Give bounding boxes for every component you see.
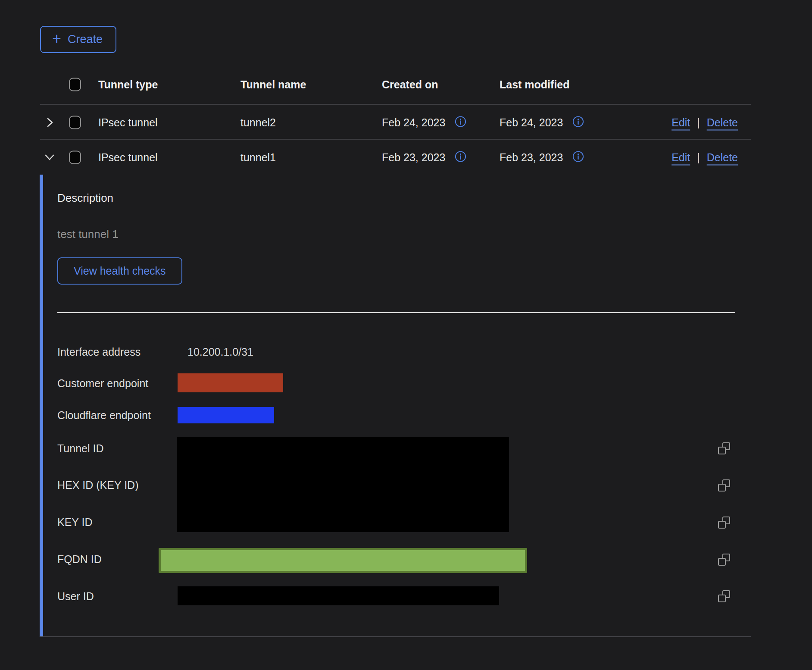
table-header: Tunnel type Tunnel name Created on Last …	[0, 65, 812, 104]
action-separator: |	[697, 151, 700, 163]
edit-link[interactable]: Edit	[671, 116, 690, 128]
hex-id-label: HEX ID (KEY ID)	[57, 479, 138, 492]
copy-icon	[718, 558, 726, 566]
created-on-value: Feb 24, 2023	[382, 116, 445, 128]
customer-endpoint-label: Customer endpoint	[57, 377, 148, 390]
info-icon[interactable]	[572, 150, 584, 164]
column-header-created-on: Created on	[382, 78, 438, 91]
create-button-label: Create	[68, 33, 103, 46]
row-checkbox[interactable]	[69, 150, 81, 164]
last-modified-cell: Feb 24, 2023	[500, 116, 584, 129]
fqdn-id-redacted-value	[159, 548, 527, 573]
copy-hex-id-icon[interactable]	[718, 479, 730, 492]
column-header-tunnel-type: Tunnel type	[98, 78, 158, 91]
tunnel-type-cell: IPsec tunnel	[98, 116, 158, 128]
cloudflare-endpoint-redacted-value	[178, 407, 274, 423]
action-separator: |	[697, 116, 700, 128]
interface-address-label: Interface address	[57, 345, 141, 358]
info-icon[interactable]	[455, 116, 466, 129]
tunnel-name-cell: tunnel1	[240, 151, 276, 163]
cloudflare-endpoint-label: Cloudflare endpoint	[57, 409, 151, 422]
edit-link[interactable]: Edit	[671, 151, 690, 163]
copy-tunnel-id-icon[interactable]	[718, 442, 730, 454]
last-modified-cell: Feb 23, 2023	[500, 150, 584, 164]
table-row: IPsec tunnel tunnel1 Feb 23, 2023 Feb 23…	[0, 140, 812, 175]
user-id-label: User ID	[57, 590, 94, 603]
interface-address-value: 10.200.1.0/31	[187, 345, 253, 358]
copy-icon	[718, 484, 726, 492]
created-on-cell: Feb 24, 2023	[382, 116, 466, 129]
section-divider	[57, 312, 735, 313]
tunnel-type-cell: IPsec tunnel	[98, 151, 158, 163]
row-actions: Edit | Delete	[671, 151, 738, 163]
fqdn-id-label: FQDN ID	[57, 553, 102, 566]
user-id-redacted-value	[178, 586, 499, 605]
delete-link[interactable]: Delete	[707, 151, 738, 163]
description-value: test tunnel 1	[57, 228, 119, 241]
tunnel-name-cell: tunnel2	[240, 116, 276, 128]
chevron-down-icon[interactable]	[43, 151, 56, 164]
ids-redacted-value-block	[177, 437, 509, 532]
row-actions: Edit | Delete	[671, 116, 738, 128]
view-health-checks-button[interactable]: View health checks	[57, 257, 182, 285]
info-icon[interactable]	[572, 116, 584, 129]
delete-link[interactable]: Delete	[707, 116, 738, 128]
expanded-row-indicator-bar	[40, 175, 43, 637]
plus-icon: +	[52, 31, 61, 47]
description-label: Description	[57, 191, 113, 205]
last-modified-value: Feb 23, 2023	[500, 151, 563, 163]
copy-icon	[718, 447, 726, 454]
select-all-checkbox[interactable]	[69, 78, 81, 91]
last-modified-value: Feb 24, 2023	[500, 116, 563, 128]
table-row: IPsec tunnel tunnel2 Feb 24, 2023 Feb 24…	[0, 105, 812, 140]
copy-icon	[718, 595, 726, 602]
copy-fqdn-id-icon[interactable]	[718, 554, 730, 566]
column-header-last-modified: Last modified	[500, 78, 570, 91]
column-header-tunnel-name: Tunnel name	[240, 78, 306, 91]
customer-endpoint-redacted-value	[178, 373, 283, 392]
table-bottom-divider	[40, 636, 751, 637]
tunnel-id-label: Tunnel ID	[57, 442, 103, 455]
info-icon[interactable]	[455, 150, 466, 164]
copy-user-id-icon[interactable]	[718, 590, 730, 602]
created-on-value: Feb 23, 2023	[382, 151, 445, 163]
copy-key-id-icon[interactable]	[718, 517, 730, 529]
create-button[interactable]: + Create	[40, 26, 116, 53]
tunnels-page: + Create Tunnel type Tunnel name Created…	[0, 0, 812, 670]
chevron-right-icon[interactable]	[43, 116, 56, 129]
key-id-label: KEY ID	[57, 516, 93, 529]
row-checkbox[interactable]	[69, 116, 81, 129]
copy-icon	[718, 521, 726, 529]
created-on-cell: Feb 23, 2023	[382, 150, 466, 164]
